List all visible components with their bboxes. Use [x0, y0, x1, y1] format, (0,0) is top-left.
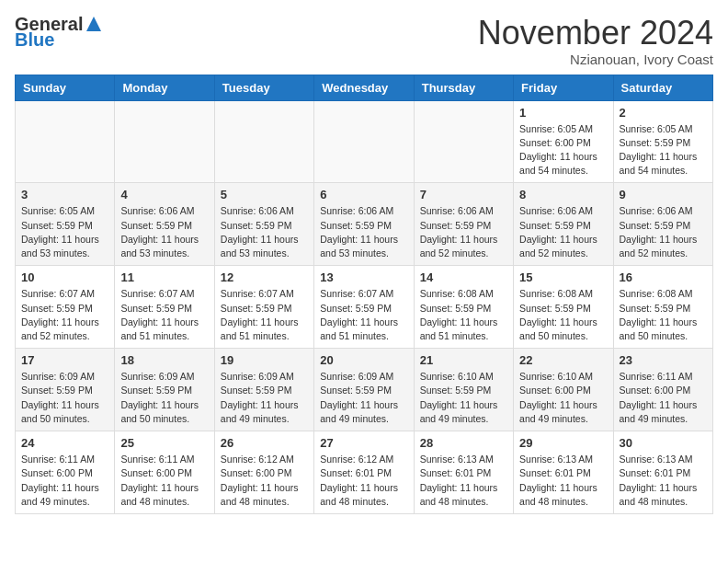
daylight: Daylight: 11 hours and 51 minutes.	[420, 316, 507, 343]
daylight: Daylight: 11 hours and 48 minutes.	[320, 481, 407, 509]
sunrise: Sunrise: 6:09 AM	[320, 370, 407, 384]
sunset: Sunset: 5:59 PM	[320, 219, 407, 233]
day-number: 17	[21, 353, 108, 367]
sunrise: Sunrise: 6:09 AM	[221, 370, 308, 384]
weekday-header-thursday: Thursday	[414, 75, 513, 100]
calendar-day: 2Sunrise: 6:05 AMSunset: 5:59 PMDaylight…	[613, 100, 712, 183]
daylight: Daylight: 11 hours and 48 minutes.	[420, 481, 507, 509]
calendar-day: 1Sunrise: 6:05 AMSunset: 6:00 PMDaylight…	[514, 100, 613, 183]
day-number: 8	[519, 188, 607, 201]
sunset: Sunset: 6:00 PM	[221, 466, 308, 480]
day-info: Sunrise: 6:11 AMSunset: 6:00 PMDaylight:…	[620, 370, 707, 426]
daylight: Daylight: 11 hours and 52 minutes.	[420, 233, 507, 260]
sunrise: Sunrise: 6:09 AM	[21, 370, 108, 384]
weekday-header-monday: Monday	[115, 75, 214, 100]
day-number: 28	[420, 436, 507, 450]
sunrise: Sunrise: 6:10 AM	[420, 370, 507, 384]
sunrise: Sunrise: 6:11 AM	[620, 370, 707, 384]
calendar-day	[115, 100, 214, 183]
day-info: Sunrise: 6:08 AMSunset: 5:59 PMDaylight:…	[420, 287, 507, 343]
sunrise: Sunrise: 6:06 AM	[519, 204, 607, 218]
calendar-day: 24Sunrise: 6:11 AMSunset: 6:00 PMDayligh…	[16, 431, 115, 514]
calendar-day	[16, 100, 115, 183]
day-info: Sunrise: 6:10 AMSunset: 5:59 PMDaylight:…	[420, 370, 507, 426]
daylight: Daylight: 11 hours and 48 minutes.	[519, 481, 607, 509]
sunset: Sunset: 5:59 PM	[120, 384, 208, 397]
daylight: Daylight: 11 hours and 52 minutes.	[21, 316, 108, 343]
daylight: Daylight: 11 hours and 51 minutes.	[221, 316, 308, 343]
logo-icon	[85, 15, 103, 33]
sunset: Sunset: 6:01 PM	[420, 466, 507, 480]
day-number: 25	[120, 436, 208, 450]
calendar-day	[314, 100, 414, 183]
sunrise: Sunrise: 6:13 AM	[519, 453, 607, 466]
day-info: Sunrise: 6:07 AMSunset: 5:59 PMDaylight:…	[21, 287, 108, 343]
day-info: Sunrise: 6:10 AMSunset: 6:00 PMDaylight:…	[519, 370, 607, 426]
logo-blue: Blue	[15, 29, 54, 51]
daylight: Daylight: 11 hours and 49 minutes.	[620, 398, 707, 426]
sunrise: Sunrise: 6:13 AM	[620, 453, 707, 466]
sunrise: Sunrise: 6:12 AM	[320, 453, 407, 466]
sunset: Sunset: 6:01 PM	[620, 466, 707, 480]
sunrise: Sunrise: 6:06 AM	[420, 204, 507, 218]
daylight: Daylight: 11 hours and 50 minutes.	[120, 398, 208, 426]
calendar-day: 3Sunrise: 6:05 AMSunset: 5:59 PMDaylight…	[16, 183, 115, 266]
sunrise: Sunrise: 6:07 AM	[120, 287, 208, 301]
calendar-week-2: 3Sunrise: 6:05 AMSunset: 5:59 PMDaylight…	[16, 183, 713, 266]
day-info: Sunrise: 6:05 AMSunset: 6:00 PMDaylight:…	[519, 122, 607, 178]
calendar-day: 17Sunrise: 6:09 AMSunset: 5:59 PMDayligh…	[16, 349, 115, 431]
weekday-header-row: SundayMondayTuesdayWednesdayThursdayFrid…	[16, 75, 713, 100]
day-number: 26	[221, 436, 308, 450]
day-info: Sunrise: 6:09 AMSunset: 5:59 PMDaylight:…	[221, 370, 308, 426]
day-number: 10	[21, 270, 108, 284]
sunset: Sunset: 5:59 PM	[221, 302, 308, 316]
day-number: 19	[221, 353, 308, 367]
day-info: Sunrise: 6:12 AMSunset: 6:01 PMDaylight:…	[320, 453, 407, 509]
sunset: Sunset: 5:59 PM	[21, 219, 108, 233]
calendar-day: 23Sunrise: 6:11 AMSunset: 6:00 PMDayligh…	[613, 349, 712, 431]
day-info: Sunrise: 6:06 AMSunset: 5:59 PMDaylight:…	[320, 204, 407, 260]
sunrise: Sunrise: 6:08 AM	[519, 287, 607, 301]
sunrise: Sunrise: 6:06 AM	[221, 204, 308, 218]
calendar-day: 20Sunrise: 6:09 AMSunset: 5:59 PMDayligh…	[314, 349, 414, 431]
sunset: Sunset: 5:59 PM	[120, 302, 208, 316]
calendar-day: 12Sunrise: 6:07 AMSunset: 5:59 PMDayligh…	[214, 266, 313, 349]
calendar-day: 28Sunrise: 6:13 AMSunset: 6:01 PMDayligh…	[414, 431, 513, 514]
calendar-day: 29Sunrise: 6:13 AMSunset: 6:01 PMDayligh…	[514, 431, 613, 514]
day-info: Sunrise: 6:08 AMSunset: 5:59 PMDaylight:…	[620, 287, 707, 343]
day-number: 18	[120, 353, 208, 367]
sunrise: Sunrise: 6:07 AM	[221, 287, 308, 301]
day-number: 11	[120, 270, 208, 284]
calendar-day: 10Sunrise: 6:07 AMSunset: 5:59 PMDayligh…	[16, 266, 115, 349]
daylight: Daylight: 11 hours and 53 minutes.	[221, 233, 308, 260]
sunset: Sunset: 5:59 PM	[221, 219, 308, 233]
day-number: 14	[420, 270, 507, 284]
daylight: Daylight: 11 hours and 49 minutes.	[519, 398, 607, 426]
day-info: Sunrise: 6:09 AMSunset: 5:59 PMDaylight:…	[120, 370, 208, 426]
day-info: Sunrise: 6:06 AMSunset: 5:59 PMDaylight:…	[221, 204, 308, 260]
day-number: 23	[620, 353, 707, 367]
calendar-day: 27Sunrise: 6:12 AMSunset: 6:01 PMDayligh…	[314, 431, 414, 514]
calendar-day: 22Sunrise: 6:10 AMSunset: 6:00 PMDayligh…	[514, 349, 613, 431]
svg-marker-0	[86, 17, 101, 31]
day-info: Sunrise: 6:11 AMSunset: 6:00 PMDaylight:…	[21, 453, 108, 509]
day-number: 9	[620, 188, 707, 201]
sunrise: Sunrise: 6:06 AM	[320, 204, 407, 218]
day-number: 22	[519, 353, 607, 367]
day-number: 20	[320, 353, 407, 367]
daylight: Daylight: 11 hours and 52 minutes.	[620, 233, 707, 260]
sunset: Sunset: 5:59 PM	[620, 219, 707, 233]
sunset: Sunset: 5:59 PM	[620, 136, 707, 150]
daylight: Daylight: 11 hours and 48 minutes.	[120, 481, 208, 509]
sunrise: Sunrise: 6:05 AM	[21, 204, 108, 218]
day-number: 30	[620, 436, 707, 450]
daylight: Daylight: 11 hours and 48 minutes.	[620, 481, 707, 509]
day-info: Sunrise: 6:05 AMSunset: 5:59 PMDaylight:…	[21, 204, 108, 260]
sunset: Sunset: 5:59 PM	[21, 302, 108, 316]
daylight: Daylight: 11 hours and 54 minutes.	[519, 150, 607, 178]
sunrise: Sunrise: 6:06 AM	[120, 204, 208, 218]
daylight: Daylight: 11 hours and 50 minutes.	[519, 316, 607, 343]
day-info: Sunrise: 6:06 AMSunset: 5:59 PMDaylight:…	[620, 204, 707, 260]
calendar-week-3: 10Sunrise: 6:07 AMSunset: 5:59 PMDayligh…	[16, 266, 713, 349]
day-number: 29	[519, 436, 607, 450]
